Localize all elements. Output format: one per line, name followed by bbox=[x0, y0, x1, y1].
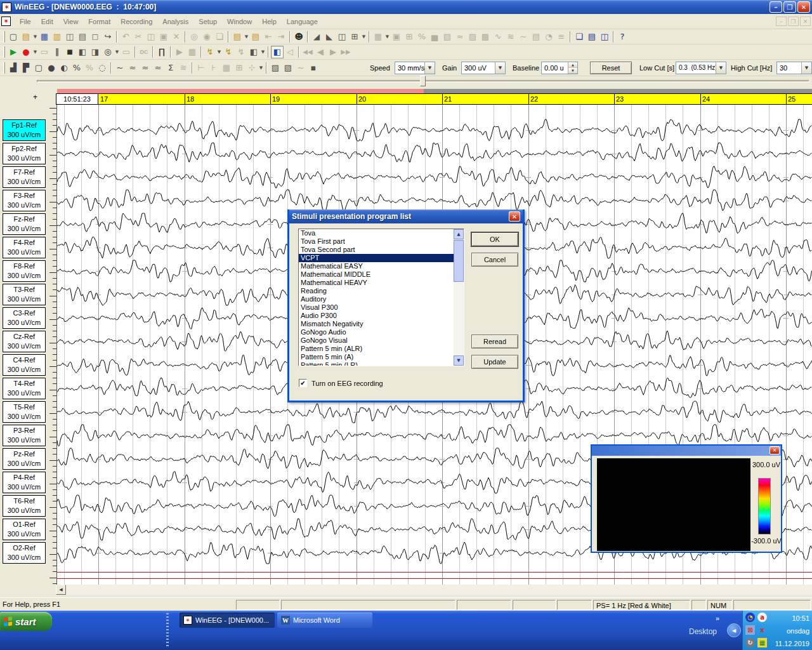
start-button[interactable]: start bbox=[0, 612, 52, 631]
timeline-seconds-strip[interactable]: 171819202122232425 bbox=[98, 93, 812, 105]
speed-combo[interactable]: 30 mm/s▼ bbox=[395, 62, 435, 74]
monitor-b-icon[interactable]: ◨ bbox=[89, 46, 102, 58]
dialog-titlebar[interactable]: Stimuli presentation program list ✕ bbox=[289, 209, 523, 223]
patient-card-icon[interactable]: ☻ bbox=[292, 30, 305, 43]
program-list-item[interactable]: Mathematical MIDDLE bbox=[299, 270, 454, 279]
toolbar-chevron-icon[interactable]: » bbox=[716, 614, 719, 622]
program-list-item[interactable]: Auditory bbox=[299, 295, 454, 303]
highcut-combo[interactable]: 30▼ bbox=[776, 62, 812, 74]
rotate-icon[interactable]: ◌ bbox=[96, 62, 108, 74]
dialog-close-icon[interactable]: ✕ bbox=[509, 211, 520, 222]
channel-label-fp1-ref[interactable]: Fp1-Ref300 uV/cm bbox=[3, 119, 46, 141]
tray-collapse-icon[interactable]: ◀ bbox=[727, 623, 741, 637]
horizontal-scrollbar[interactable]: ◀ bbox=[56, 585, 812, 595]
window-titlebar[interactable]: ✶ WinEEG - [DNEW0000.EEG : 10:47:00] – ❐… bbox=[0, 0, 812, 14]
ok-button[interactable]: OK bbox=[471, 232, 518, 246]
spin-down-icon[interactable]: ▼ bbox=[568, 68, 577, 74]
pause-icon[interactable]: ‖ bbox=[51, 46, 63, 58]
monitor-a-icon[interactable]: ◧ bbox=[76, 46, 89, 58]
channel-label-fz-ref[interactable]: Fz-Ref300 uV/cm bbox=[3, 213, 46, 235]
spectrum-plot-icon[interactable]: ▟ bbox=[7, 62, 20, 74]
menu-language[interactable]: Language bbox=[282, 16, 323, 27]
desktop-toolbar-label[interactable]: Desktop bbox=[689, 627, 717, 636]
toolbar-grip[interactable] bbox=[3, 46, 5, 58]
record-icon[interactable]: ● bbox=[20, 46, 32, 58]
cascade-windows-icon[interactable]: ❏ bbox=[573, 30, 586, 43]
channel-label-t3-ref[interactable]: T3-Ref300 uV/cm bbox=[3, 284, 46, 305]
scroll-down-icon[interactable]: ▼ bbox=[454, 355, 464, 366]
program-list-item[interactable]: Reading bbox=[299, 287, 454, 295]
split-screen-icon[interactable]: ◫ bbox=[336, 30, 348, 43]
menu-file[interactable]: File bbox=[15, 16, 36, 27]
mdi-minimize-button[interactable]: – bbox=[776, 17, 787, 26]
zoom-dropdown-icon[interactable]: ▼ bbox=[114, 46, 120, 58]
menu-help[interactable]: Help bbox=[257, 16, 282, 27]
list-scrollbar[interactable]: ▲ ▼ bbox=[454, 229, 464, 366]
program-list-item[interactable]: GoNogo Visual bbox=[299, 336, 454, 345]
folder-accept-icon[interactable]: ▤ bbox=[231, 30, 244, 43]
zoom-icon[interactable]: ◎ bbox=[102, 46, 114, 58]
channel-label-t5-ref[interactable]: T5-Ref300 uV/cm bbox=[3, 401, 46, 423]
program-list-item[interactable]: GoNogo Audio bbox=[299, 328, 454, 336]
stimulation-dropdown-icon[interactable]: ▼ bbox=[216, 46, 222, 58]
cancel-button[interactable]: Cancel bbox=[471, 253, 518, 267]
filled-circle-icon[interactable]: ● bbox=[45, 62, 58, 74]
channel-label-c3-ref[interactable]: C3-Ref300 uV/cm bbox=[3, 307, 46, 329]
taskbar-task-word[interactable]: WMicrosoft Word bbox=[277, 613, 372, 628]
program-list-item[interactable]: Pattern 5 min (ALR) bbox=[299, 345, 454, 353]
reset-button[interactable]: Reset bbox=[590, 62, 632, 74]
program-list-item[interactable]: Tova First part bbox=[299, 237, 454, 246]
map-window-titlebar[interactable]: ✕ bbox=[592, 446, 781, 456]
stop-icon[interactable]: ■ bbox=[63, 46, 76, 58]
scale-down-icon[interactable]: ◢ bbox=[310, 30, 323, 43]
channel-label-o2-ref[interactable]: O2-Ref300 uV/cm bbox=[3, 542, 46, 564]
channel-label-f3-ref[interactable]: F3-Ref300 uV/cm bbox=[3, 190, 46, 211]
lowcut-combo[interactable]: 0.3 (0.53 Hz)▼ bbox=[676, 62, 726, 74]
menu-edit[interactable]: Edit bbox=[36, 16, 58, 27]
tile-vertical-icon[interactable]: ◫ bbox=[598, 30, 611, 43]
program-list-item[interactable]: Mismatch Negativity bbox=[299, 320, 454, 328]
channel-label-f7-ref[interactable]: F7-Ref300 uV/cm bbox=[3, 166, 46, 188]
save-icon[interactable]: ▦ bbox=[38, 30, 51, 43]
copy-page-icon[interactable]: ◫ bbox=[63, 30, 76, 43]
open-file-dropdown-icon[interactable]: ▼ bbox=[32, 30, 38, 43]
channel-label-t4-ref[interactable]: T4-Ref300 uV/cm bbox=[3, 378, 46, 399]
folder-accept-dropdown-icon[interactable]: ▼ bbox=[244, 30, 249, 43]
program-list-item[interactable]: Mathematical HEAVY bbox=[299, 279, 454, 287]
program-list-item[interactable]: Tova bbox=[299, 229, 454, 237]
open-file-icon[interactable]: ▤ bbox=[20, 30, 32, 43]
sine-icon[interactable]: ~ bbox=[114, 62, 126, 74]
record-dropdown-icon[interactable]: ▼ bbox=[32, 46, 38, 58]
toolbar-grip[interactable] bbox=[3, 62, 5, 74]
program-list-item[interactable]: VCPT bbox=[299, 254, 454, 262]
menu-window[interactable]: Window bbox=[222, 16, 257, 27]
menu-setup[interactable]: Setup bbox=[193, 16, 222, 27]
tile-horizontal-icon[interactable]: ▤ bbox=[586, 30, 598, 43]
baseline-spinner[interactable]: 0.00 u ▲▼ bbox=[541, 62, 578, 74]
open-folder-icon[interactable]: ▥ bbox=[51, 30, 63, 43]
taskbar-task-wineeg[interactable]: ✶WinEEG - [DNEW000... bbox=[180, 613, 275, 628]
menu-analysis[interactable]: Analysis bbox=[157, 16, 193, 27]
monitor-stim-icon[interactable]: ◧ bbox=[247, 46, 260, 58]
channel-label-o1-ref[interactable]: O1-Ref300 uV/cm bbox=[3, 519, 46, 540]
toolbar-grip[interactable] bbox=[3, 31, 5, 43]
chevron-down-icon[interactable]: ▼ bbox=[801, 62, 811, 74]
exit-icon[interactable]: ↪ bbox=[102, 30, 114, 43]
channel-label-p4-ref[interactable]: P4-Ref300 uV/cm bbox=[3, 472, 46, 493]
channel-label-f4-ref[interactable]: F4-Ref300 uV/cm bbox=[3, 237, 46, 258]
chevron-down-icon[interactable]: ▼ bbox=[424, 62, 435, 74]
monitor-stim-dropdown-icon[interactable]: ▼ bbox=[260, 46, 266, 58]
map-window-close-icon[interactable]: ✕ bbox=[769, 446, 780, 454]
print-preview-icon[interactable]: ◻ bbox=[89, 30, 102, 43]
map-pair-icon[interactable]: ▨ bbox=[269, 62, 282, 74]
chevron-down-icon[interactable]: ▼ bbox=[716, 62, 726, 74]
mdi-close-button[interactable]: ✕ bbox=[800, 17, 811, 26]
restore-button[interactable]: ❐ bbox=[783, 1, 796, 13]
update-button[interactable]: Update bbox=[471, 355, 518, 369]
scroll-up-icon[interactable]: ▲ bbox=[454, 229, 464, 239]
new-window-icon[interactable]: ▢ bbox=[32, 62, 45, 74]
channel-label-pz-ref[interactable]: Pz-Ref300 uV/cm bbox=[3, 448, 46, 470]
scheduler-tray-icon[interactable]: ◔ bbox=[745, 613, 755, 622]
network-offline-tray-icon[interactable]: ⊠ bbox=[745, 625, 755, 635]
brain-map-icon[interactable]: ▛ bbox=[20, 62, 32, 74]
